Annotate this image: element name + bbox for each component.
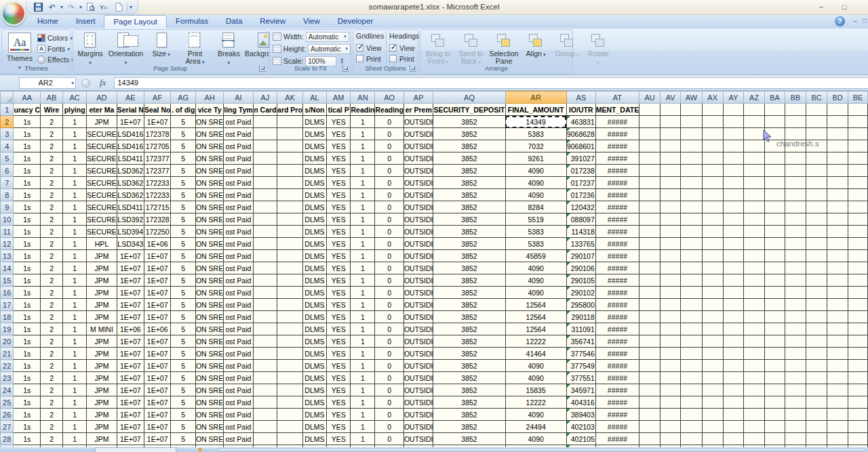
- grid-cell-BA17[interactable]: [764, 299, 785, 311]
- grid-cell-AV5[interactable]: [660, 152, 681, 165]
- grid-cell-AV8[interactable]: [660, 189, 681, 201]
- grid-cell-AK12[interactable]: [277, 238, 303, 250]
- grid-cell-BB26[interactable]: [785, 409, 806, 421]
- grid-cell-AS18[interactable]: 290118: [566, 311, 595, 323]
- grid-cell-AU12[interactable]: [639, 238, 660, 250]
- gridlines-view-checkbox[interactable]: View: [356, 43, 385, 52]
- grid-cell-AJ1[interactable]: n Card: [253, 104, 277, 116]
- grid-cell-AM6[interactable]: YES: [326, 165, 351, 177]
- grid-cell-AP6[interactable]: OUTSIDI: [403, 165, 433, 177]
- grid-cell-AM17[interactable]: YES: [326, 299, 351, 311]
- grid-cell-AM11[interactable]: YES: [326, 226, 351, 238]
- grid-cell-AV22[interactable]: [660, 360, 681, 372]
- scale-spinner[interactable]: ▲▼: [340, 58, 344, 64]
- grid-cell-BB9[interactable]: [785, 201, 806, 213]
- grid-cell-BB16[interactable]: [785, 287, 806, 299]
- grid-cell-AT19[interactable]: #####: [595, 323, 639, 335]
- column-header-AN[interactable]: AN: [351, 91, 375, 104]
- tab-developer[interactable]: Developer: [329, 15, 382, 28]
- width--input[interactable]: Automatic▾: [306, 32, 349, 42]
- grid-cell-AC1[interactable]: plying: [63, 104, 87, 116]
- grid-cell-BE13[interactable]: [848, 250, 868, 262]
- grid-cell-AQ14[interactable]: 3852: [433, 262, 505, 274]
- grid-cell-BC1[interactable]: [806, 104, 827, 116]
- grid-cell-AJ14[interactable]: [253, 262, 277, 274]
- grid-cell-BA14[interactable]: [764, 262, 785, 274]
- name-box[interactable]: AR2 ▾: [19, 77, 76, 89]
- grid-cell-AW19[interactable]: [681, 323, 703, 335]
- grid-cell-AD11[interactable]: SECURE: [87, 226, 117, 238]
- grid-cell-BE3[interactable]: [848, 128, 868, 140]
- grid-cell-AF4[interactable]: 172705: [144, 140, 171, 152]
- row-header-3[interactable]: 3: [1, 128, 14, 140]
- grid-cell-AQ17[interactable]: 3852: [433, 299, 505, 311]
- grid-cell-AY25[interactable]: [723, 396, 744, 409]
- grid-cell-AS22[interactable]: 377549: [566, 360, 595, 372]
- grid-cell-BB13[interactable]: [785, 250, 806, 262]
- grid-cell-AK14[interactable]: [277, 262, 303, 274]
- grid-cell-AL3[interactable]: DLMS: [302, 128, 326, 140]
- grid-cell-BA7[interactable]: [764, 177, 785, 189]
- grid-cell-AM26[interactable]: YES: [326, 409, 351, 421]
- grid-cell-AV26[interactable]: [660, 409, 681, 421]
- grid-cell-AT13[interactable]: #####: [595, 250, 639, 262]
- grid-cell-AF8[interactable]: 172233: [144, 189, 171, 201]
- grid-cell-AQ6[interactable]: 3852: [433, 165, 505, 177]
- grid-cell-AZ21[interactable]: [744, 348, 765, 360]
- name-box-dropdown-icon[interactable]: ▾: [71, 80, 75, 86]
- grid-cell-AB23[interactable]: 2: [41, 372, 63, 384]
- grid-cell-AN18[interactable]: 1: [351, 311, 375, 323]
- grid-cell-AF15[interactable]: 1E+07: [144, 274, 171, 287]
- grid-cell-AA1[interactable]: uracy C: [14, 104, 41, 116]
- grid-cell-AF10[interactable]: 172328: [144, 213, 171, 226]
- grid-cell-AW14[interactable]: [681, 262, 703, 274]
- grid-cell-AC6[interactable]: 1: [63, 165, 87, 177]
- grid-cell-AA18[interactable]: 1s: [14, 311, 41, 323]
- grid-cell-BD19[interactable]: [827, 323, 848, 335]
- grid-cell-AC25[interactable]: 1: [63, 396, 87, 409]
- grid-cell-AU19[interactable]: [639, 323, 660, 335]
- grid-cell-AN26[interactable]: 1: [351, 409, 375, 421]
- grid-cell-AB17[interactable]: 2: [41, 299, 63, 311]
- grid-cell-AH17[interactable]: ON SRE: [195, 299, 223, 311]
- grid-cell-BD18[interactable]: [827, 311, 848, 323]
- grid-cell-AD3[interactable]: SECURE: [87, 128, 117, 140]
- grid-cell-AC20[interactable]: 1: [63, 335, 87, 348]
- grid-cell-AT22[interactable]: #####: [595, 360, 639, 372]
- grid-cell-AV20[interactable]: [660, 335, 681, 348]
- grid-cell-AA24[interactable]: 1s: [14, 384, 41, 396]
- grid-cell-BA20[interactable]: [764, 335, 785, 348]
- grid-cell-BB14[interactable]: [785, 262, 806, 274]
- grid-cell-BD7[interactable]: [827, 177, 848, 189]
- grid-cell-AJ11[interactable]: [253, 226, 277, 238]
- workbook-restore-icon[interactable]: □: [863, 18, 867, 24]
- grid-cell-AF6[interactable]: 172377: [144, 165, 171, 177]
- grid-cell-AM1[interactable]: tical P: [326, 104, 351, 116]
- grid-cell-BB6[interactable]: [785, 165, 806, 177]
- grid-cell-AZ18[interactable]: [744, 311, 765, 323]
- row-header-4[interactable]: 4: [1, 140, 14, 152]
- grid-cell-BD24[interactable]: [827, 384, 848, 396]
- grid-cell-AT26[interactable]: #####: [595, 409, 639, 421]
- grid-cell-AS25[interactable]: 404316: [566, 396, 595, 409]
- tab-home[interactable]: Home: [28, 15, 67, 28]
- grid-cell-AT14[interactable]: #####: [595, 262, 639, 274]
- grid-cell-AM2[interactable]: YES: [326, 116, 351, 128]
- grid-cell-AR4[interactable]: 7032: [505, 140, 566, 152]
- grid-cell-AY18[interactable]: [723, 311, 744, 323]
- row-header-5[interactable]: 5: [1, 152, 14, 165]
- grid-cell-BB15[interactable]: [785, 274, 806, 287]
- grid-cell-AO2[interactable]: 0: [375, 116, 403, 128]
- grid-cell-AH18[interactable]: ON SRE: [195, 311, 223, 323]
- row-header-13[interactable]: 13: [1, 250, 14, 262]
- grid-cell-BB5[interactable]: [785, 152, 806, 165]
- grid-cell-BA23[interactable]: [764, 372, 785, 384]
- row-header-17[interactable]: 17: [1, 299, 14, 311]
- grid-cell-AM7[interactable]: YES: [326, 177, 351, 189]
- grid-cell-AT1[interactable]: MENT_DATE: [595, 104, 639, 116]
- column-header-AC[interactable]: AC: [63, 91, 87, 104]
- row-header-7[interactable]: 7: [1, 177, 14, 189]
- grid-cell-AS7[interactable]: 017237: [566, 177, 595, 189]
- grid-cell-AJ19[interactable]: [253, 323, 277, 335]
- grid-cell-AM25[interactable]: YES: [326, 396, 351, 409]
